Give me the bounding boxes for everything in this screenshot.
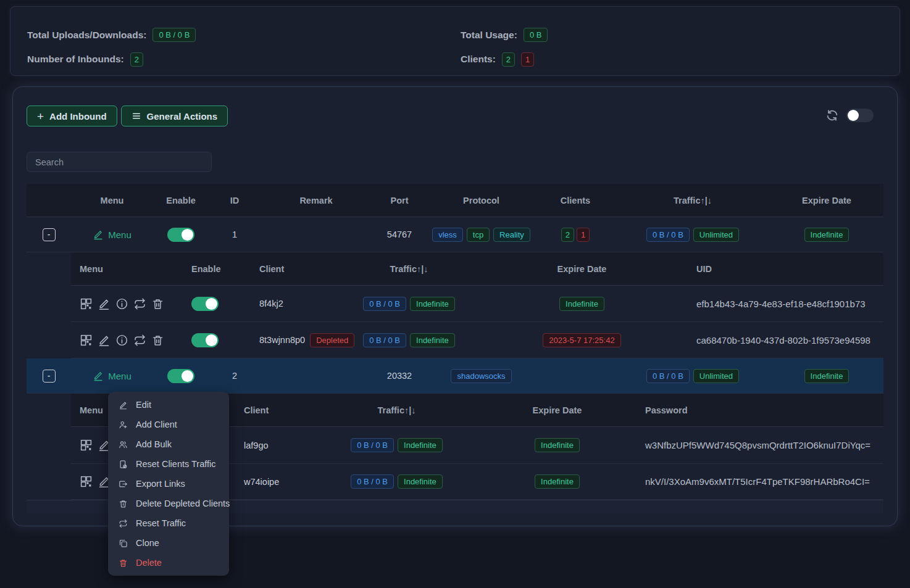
hamburger-icon — [131, 111, 141, 121]
qr-code-icon[interactable] — [80, 439, 93, 452]
client-traffic-limit-tag: Indefinite — [398, 438, 443, 452]
col-header-traffic-sort[interactable]: Traffic↑|↓ — [616, 196, 770, 205]
clipboard-reset-icon — [119, 460, 128, 469]
toolbar: + Add Inbound General Actions — [27, 106, 883, 126]
col-header-traffic-sort[interactable]: Traffic↑|↓ — [324, 405, 469, 415]
menu-item-label: Clone — [136, 538, 159, 548]
col-header-expire-date: Expire Date — [469, 405, 645, 415]
inbound-2-id: 2 — [209, 371, 261, 381]
inbound-row-2[interactable]: - Menu 2 20332 shadowsocks — [27, 358, 883, 394]
reset-client-traffic-icon[interactable] — [133, 334, 146, 347]
menu-item-label: Add Bulk — [136, 439, 172, 449]
client-traffic-tag: 0 B / 0 B — [351, 474, 394, 489]
menu-item-export-links[interactable]: Export Links — [108, 474, 229, 494]
menu-item-reset-clients-traffic[interactable]: Reset Clients Traffic — [108, 454, 229, 474]
menu-item-clone[interactable]: Clone — [108, 533, 229, 553]
client-name: w74ioipe — [225, 477, 324, 487]
menu-item-edit[interactable]: Edit — [108, 395, 229, 415]
inbound-table-header: Menu Enable ID Remark Port Protocol Clie… — [27, 184, 883, 217]
client-row-8f4kj2[interactable]: 8f4kj2 0 B / 0 B Indefinite Indefinite e… — [71, 286, 883, 322]
inbound-1-menu-button[interactable]: Menu — [93, 229, 131, 240]
col-header-expire-date: Expire Date — [488, 264, 676, 274]
col-header-expire-date: Expire Date — [770, 196, 883, 205]
stat-total-usage: Total Usage: 0 B — [461, 27, 887, 43]
edit-client-icon[interactable] — [98, 334, 111, 347]
add-inbound-button[interactable]: + Add Inbound — [27, 106, 117, 126]
col-header-client: Client — [238, 264, 330, 274]
col-header-port: Port — [372, 196, 427, 205]
col-header-protocol: Protocol — [427, 196, 535, 205]
client-row-8t3wjnn8p0[interactable]: 8t3wjnn8p0 Depleted 0 B / 0 B Indefinite… — [71, 322, 883, 358]
inbound-1-expire-tag: Indefinite — [804, 228, 849, 242]
inbound-1-traffic-limit-tag: Unlimited — [693, 228, 739, 242]
edit-pencil-icon — [93, 370, 104, 381]
protocol-tag: vless — [432, 228, 463, 242]
delete-client-icon[interactable] — [151, 297, 164, 310]
total-usage-label: Total Usage: — [461, 30, 517, 41]
toggle-knob — [848, 110, 859, 121]
total-uploads-downloads-value: 0 B / 0 B — [152, 28, 196, 42]
inbound-2-expire-tag: Indefinite — [804, 369, 849, 383]
client-expire-tag: 2023-5-7 17:25:42 — [543, 333, 620, 347]
total-usage-value: 0 B — [524, 28, 548, 42]
collapse-row-2-button[interactable]: - — [43, 370, 56, 383]
client-traffic-limit-tag: Indefinite — [410, 297, 455, 311]
menu-item-label: Delete — [136, 558, 162, 568]
toolbar-right — [825, 109, 874, 122]
qr-code-icon[interactable] — [80, 475, 93, 488]
qr-code-icon[interactable] — [80, 297, 93, 310]
qr-code-icon[interactable] — [80, 334, 93, 347]
inbound-1-traffic-tag: 0 B / 0 B — [646, 228, 690, 242]
inbound-1-port: 54767 — [372, 230, 427, 239]
add-inbound-label: Add Inbound — [49, 111, 106, 122]
client-action-icons — [80, 297, 164, 310]
inbound-1-menu-label: Menu — [108, 230, 131, 240]
people-icon — [119, 440, 128, 449]
info-icon[interactable] — [115, 297, 128, 310]
col-header-uid: UID — [676, 264, 883, 274]
col-header-menu: Menu — [71, 264, 179, 274]
stat-uploads-downloads: Total Uploads/Downloads: 0 B / 0 B — [27, 27, 461, 43]
refresh-icon[interactable] — [825, 109, 839, 122]
menu-item-delete-depleted-clients[interactable]: Delete Depleted Clients — [108, 494, 229, 513]
security-tag: Reality — [493, 228, 530, 242]
info-icon[interactable] — [115, 334, 128, 347]
inbound-1-enable-toggle[interactable] — [167, 228, 194, 242]
inbound-2-enable-toggle[interactable] — [167, 369, 194, 383]
client-enable-toggle[interactable] — [191, 297, 219, 311]
col-header-client: Client — [225, 405, 324, 415]
collapse-row-1-button[interactable]: - — [43, 228, 56, 241]
client-traffic-limit-tag: Indefinite — [410, 333, 455, 347]
inbound-2-menu-button[interactable]: Menu — [93, 370, 131, 381]
inbound-1-id: 1 — [209, 230, 261, 239]
trash-icon — [119, 558, 128, 568]
client-traffic-limit-tag: Indefinite — [398, 474, 443, 489]
menu-item-delete[interactable]: Delete — [108, 553, 229, 573]
client-expire-tag: Indefinite — [535, 438, 580, 452]
inbound-1-clients-depleted-badge: 1 — [577, 228, 590, 242]
general-actions-button[interactable]: General Actions — [121, 106, 228, 126]
search-input[interactable] — [27, 152, 212, 172]
menu-item-reset-traffic[interactable]: Reset Traffic — [108, 513, 229, 533]
inbound-row-1[interactable]: - Menu 1 54767 vless tcp Reality — [27, 217, 883, 252]
col-header-password: Password — [645, 405, 883, 415]
col-header-traffic-sort[interactable]: Traffic↑|↓ — [330, 264, 488, 274]
dark-mode-toggle[interactable] — [846, 109, 874, 122]
col-header-id: ID — [209, 196, 261, 205]
menu-item-label: Reset Traffic — [136, 518, 186, 528]
person-plus-icon — [119, 420, 128, 429]
trash-clients-icon — [119, 499, 128, 508]
menu-item-label: Edit — [136, 400, 151, 410]
col-header-clients: Clients — [535, 196, 616, 205]
inbound-1-clients-table: Menu Enable Client Traffic↑|↓ Expire Dat… — [71, 252, 883, 358]
edit-client-icon[interactable] — [98, 297, 111, 310]
menu-item-add-client[interactable]: Add Client — [108, 415, 229, 434]
toggle-knob — [206, 298, 217, 310]
plus-icon: + — [37, 110, 44, 122]
client-traffic-tag: 0 B / 0 B — [363, 333, 406, 347]
menu-item-add-bulk[interactable]: Add Bulk — [108, 434, 229, 454]
delete-client-icon[interactable] — [151, 334, 164, 347]
reset-client-traffic-icon[interactable] — [133, 297, 146, 310]
menu-item-label: Export Links — [136, 479, 185, 489]
client-enable-toggle[interactable] — [191, 333, 219, 347]
